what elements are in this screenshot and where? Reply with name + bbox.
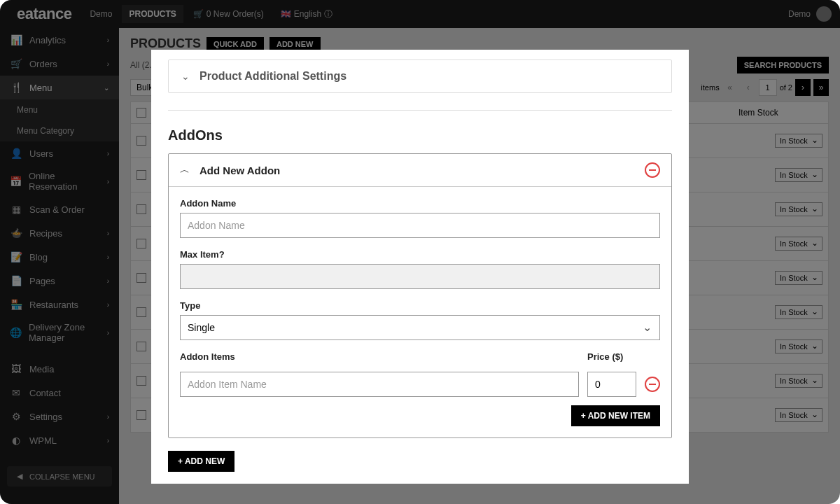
product-modal: ⌄ Product Additional Settings AddOns ︿ A… <box>151 50 689 484</box>
addon-header-title: Add New Addon <box>200 164 635 176</box>
remove-item-button[interactable] <box>645 377 660 392</box>
add-new-addon-button[interactable]: + ADD NEW <box>168 451 234 472</box>
addon-item-name-input[interactable] <box>180 372 579 397</box>
addon-item-price-input[interactable] <box>587 372 636 397</box>
divider <box>168 110 672 111</box>
addon-header[interactable]: ︿ Add New Addon <box>169 154 671 187</box>
additional-settings-panel[interactable]: ⌄ Product Additional Settings <box>168 59 672 93</box>
chevron-up-icon: ︿ <box>180 164 190 176</box>
addon-items-label: Addon Items <box>180 351 579 362</box>
max-item-label: Max Item? <box>180 249 660 260</box>
additional-settings-title: Product Additional Settings <box>200 70 346 83</box>
price-label: Price ($) <box>587 351 636 362</box>
add-new-item-button[interactable]: + ADD NEW ITEM <box>571 405 660 426</box>
addons-title: AddOns <box>168 127 672 144</box>
addon-panel: ︿ Add New Addon Addon Name Max Item? Typ… <box>168 153 672 438</box>
addon-name-input[interactable] <box>180 213 660 238</box>
chevron-down-icon: ⌄ <box>181 71 190 82</box>
max-item-input[interactable] <box>180 264 660 289</box>
type-select[interactable]: Single <box>180 315 660 340</box>
remove-addon-button[interactable] <box>645 162 660 178</box>
addon-name-label: Addon Name <box>180 198 660 209</box>
type-label: Type <box>180 300 660 311</box>
addon-body: Addon Name Max Item? Type Single Addon I… <box>169 187 671 438</box>
